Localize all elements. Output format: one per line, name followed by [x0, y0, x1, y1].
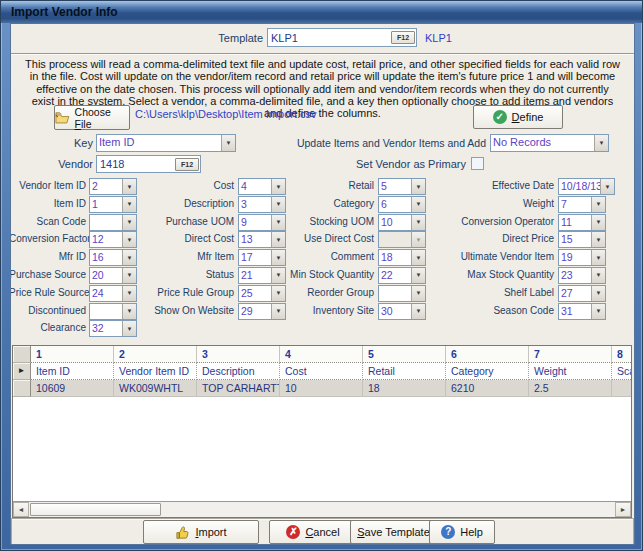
grid-data-row: 10609 WK009WHTL TOP CARHARTT 10 18 6210 … [13, 380, 631, 397]
question-mark-icon: ? [441, 525, 455, 539]
template-value: KLP1 [268, 31, 391, 45]
chevron-down-icon: ▼ [591, 286, 605, 301]
scrollbar-thumb[interactable] [30, 503, 161, 516]
field-name-cell[interactable]: Retail [363, 363, 446, 380]
button-bar: Import ✗ Cancel Save Template ? Help [11, 518, 634, 545]
key-label: Key [47, 137, 93, 149]
chevron-down-icon: ▼ [591, 304, 605, 319]
chevron-down-icon: ▼ [600, 179, 614, 194]
header-cell[interactable]: 3 [197, 346, 280, 363]
vendor-input[interactable]: 1418 F12 [96, 155, 201, 173]
header-cell[interactable]: 7 [529, 346, 612, 363]
choose-file-label: Choose File [75, 106, 129, 130]
mapping-row: Item ID1▼ Description3▼ Category6▼ Weigh… [21, 196, 626, 214]
dialog-body: Template KLP1 F12 KLP1 This process will… [10, 23, 635, 545]
data-cell[interactable] [612, 380, 632, 397]
save-template-label: Save Template [357, 526, 430, 538]
help-button[interactable]: ? Help [429, 520, 495, 544]
header-cell[interactable]: 6 [446, 346, 529, 363]
data-cell[interactable]: 2.5 [529, 380, 612, 397]
row-selector[interactable] [13, 380, 31, 397]
field-name-cell[interactable]: Scan Code [612, 363, 632, 380]
grid-field-name-row: ► Item ID Vendor Item ID Description Cos… [13, 363, 631, 380]
data-cell[interactable]: TOP CARHARTT [197, 380, 280, 397]
data-cell[interactable]: 10609 [31, 380, 114, 397]
field-name-cell[interactable]: Category [446, 363, 529, 380]
grid-header-row: 1 2 3 4 5 6 7 8 [13, 346, 631, 363]
cancel-label: Cancel [305, 526, 339, 538]
chevron-down-icon: ▼ [221, 135, 235, 151]
mapping-row: Clearance32▼ [21, 320, 626, 338]
chevron-down-icon: ▼ [591, 197, 605, 212]
update-mode-label: Update Items and Vendor Items and Add [281, 137, 486, 149]
header-cell[interactable]: 1 [31, 346, 114, 363]
set-primary-label: Set Vendor as Primary [281, 158, 466, 170]
template-input[interactable]: KLP1 F12 [267, 28, 417, 47]
title-bar[interactable]: Import Vendor Info [1, 1, 642, 23]
current-row-marker[interactable]: ► [13, 363, 31, 380]
define-button[interactable]: ✓ Define [473, 105, 563, 129]
save-template-button[interactable]: Save Template [350, 520, 437, 544]
field-name-cell[interactable]: Cost [280, 363, 363, 380]
check-icon: ✓ [493, 110, 507, 124]
chevron-down-icon: ▼ [594, 135, 608, 151]
key-select[interactable]: Item ID ▼ [96, 134, 236, 152]
x-icon: ✗ [286, 525, 300, 539]
max-stock-quantity-select[interactable]: 23▼ [558, 267, 606, 284]
header-cell[interactable]: 4 [280, 346, 363, 363]
header-cell[interactable]: 8 [612, 346, 632, 363]
divider [11, 53, 634, 55]
chevron-down-icon: ▼ [122, 321, 136, 336]
chevron-down-icon: ▼ [591, 232, 605, 247]
clearance-select[interactable]: 32▼ [89, 320, 137, 337]
window-title: Import Vendor Info [11, 5, 118, 19]
vendor-value: 1418 [97, 157, 175, 171]
horizontal-scrollbar[interactable]: ◄ ► [13, 501, 631, 517]
direct-price-select[interactable]: 15▼ [558, 231, 606, 248]
template-lookup-button[interactable]: F12 [391, 31, 415, 44]
data-cell[interactable]: 10 [280, 380, 363, 397]
preview-data-grid: 1 2 3 4 5 6 7 8 ► Item ID Vendor Item ID… [12, 345, 632, 518]
help-label: Help [460, 526, 483, 538]
header-cell[interactable]: 5 [363, 346, 446, 363]
effective-date-select[interactable]: 10/18/13▼ [558, 178, 615, 195]
mapping-row: Mfr ID16▼ Mfr Item17▼ Comment18▼ Ultimat… [21, 249, 626, 267]
data-cell[interactable]: 18 [363, 380, 446, 397]
ultimate-vendor-item-select[interactable]: 19▼ [558, 249, 606, 266]
season-code-select[interactable]: 31▼ [558, 303, 606, 320]
field-name-cell[interactable]: Vendor Item ID [114, 363, 197, 380]
import-button[interactable]: Import [143, 520, 259, 544]
vendor-lookup-button[interactable]: F12 [175, 158, 199, 171]
set-primary-checkbox[interactable] [471, 157, 484, 170]
shelf-label-select[interactable]: 27▼ [558, 285, 606, 302]
conversion-operator-select[interactable]: 11▼ [558, 214, 606, 231]
column-mapping-grid: Vendor Item ID2▼ Cost4▼ Retail5▼ Effecti… [21, 178, 626, 338]
weight-select[interactable]: 7▼ [558, 196, 606, 213]
choose-file-button[interactable]: Choose File [54, 105, 130, 130]
field-name-cell[interactable]: Item ID [31, 363, 114, 380]
mapping-row: Conversion Factor12▼ Direct Cost13▼ Use … [21, 231, 626, 249]
open-folder-icon [55, 111, 70, 124]
mapping-row: Purchase Source20▼ Status21▼ Min Stock Q… [21, 267, 626, 285]
data-cell[interactable]: WK009WHTL [114, 380, 197, 397]
template-label: Template [201, 32, 263, 44]
vendor-label: Vendor [47, 158, 93, 170]
scroll-right-button[interactable]: ► [615, 502, 631, 517]
chevron-down-icon: ▼ [591, 250, 605, 265]
row-selector-header[interactable] [13, 346, 31, 363]
mapping-row: Price Rule Source24▼ Price Rule Group25▼… [21, 285, 626, 303]
define-label: Define [512, 111, 544, 123]
field-name-cell[interactable]: Description [197, 363, 280, 380]
import-vendor-info-window: Import Vendor Info Template KLP1 F12 KLP… [0, 0, 643, 551]
field-name-cell[interactable]: Weight [529, 363, 612, 380]
update-mode-select[interactable]: No Records ▼ [490, 134, 609, 152]
mapping-row: Discontinued▼ Show On Website29▼ Invento… [21, 303, 626, 321]
mapping-row: Scan Code▼ Purchase UOM9▼ Stocking UOM10… [21, 214, 626, 232]
thumbs-up-icon [175, 525, 190, 540]
template-selected-name: KLP1 [425, 32, 452, 44]
cancel-button[interactable]: ✗ Cancel [269, 520, 357, 544]
header-cell[interactable]: 2 [114, 346, 197, 363]
import-label: Import [195, 526, 226, 538]
scroll-left-button[interactable]: ◄ [13, 502, 29, 517]
data-cell[interactable]: 6210 [446, 380, 529, 397]
